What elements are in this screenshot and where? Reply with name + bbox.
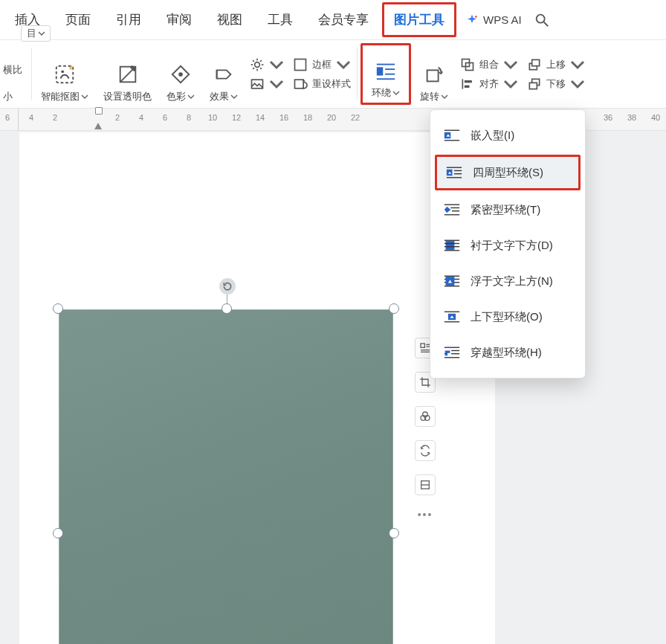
move-up-button[interactable]: 上移 xyxy=(527,57,585,72)
outline-toggle-button[interactable]: 目 xyxy=(21,25,51,42)
ruler-tick: 2 xyxy=(53,113,57,122)
svg-marker-58 xyxy=(444,207,450,213)
chevron-down-icon xyxy=(570,77,585,91)
wrap-option-topbottom[interactable]: 上下型环绕(O) xyxy=(430,299,585,335)
set-transparent-button[interactable]: 设置透明色 xyxy=(96,40,159,108)
wrap-option-front[interactable]: 浮于文字上方(N) xyxy=(430,263,585,299)
svg-rect-59 xyxy=(446,241,455,250)
ribbon-separator xyxy=(357,48,358,100)
brightness-button[interactable] xyxy=(250,57,284,72)
svg-point-6 xyxy=(178,72,183,77)
side-tool-replace[interactable] xyxy=(415,440,436,461)
chevron-down-icon xyxy=(187,93,195,100)
wrap-option-tight[interactable]: 紧密型环绕(T) xyxy=(430,192,585,228)
effect-button[interactable]: 效果 xyxy=(202,40,245,108)
tab-picture-tools[interactable]: 图片工具 xyxy=(382,2,456,37)
ruler-tick: 2 xyxy=(115,113,120,122)
svg-point-7 xyxy=(255,62,260,67)
chevron-down-icon xyxy=(441,93,448,100)
svg-marker-79 xyxy=(445,350,450,355)
wrap-button[interactable]: 环绕 xyxy=(361,43,411,105)
wrap-behind-icon xyxy=(444,238,460,253)
svg-rect-24 xyxy=(427,70,439,81)
reset-style-label: 重设样式 xyxy=(312,77,351,91)
reset-picture-button[interactable] xyxy=(250,77,284,91)
side-tool-more[interactable]: ••• xyxy=(415,509,436,521)
svg-line-12 xyxy=(253,60,254,62)
chevron-down-icon xyxy=(503,77,518,91)
svg-rect-17 xyxy=(295,59,306,70)
wrap-topbottom-icon xyxy=(444,309,460,324)
border-icon xyxy=(293,57,308,72)
ruler-tick: 14 xyxy=(256,113,265,122)
wps-ai-label: WPS AI xyxy=(483,13,522,26)
move-down-button[interactable]: 下移 xyxy=(527,77,585,91)
wrap-option-front-label: 浮于文字上方(N) xyxy=(471,274,553,289)
ruler-tick: 4 xyxy=(139,113,143,122)
color-button[interactable]: 色彩 xyxy=(159,40,202,108)
group-button[interactable]: 组合 xyxy=(460,57,518,72)
wps-ai-button[interactable]: WPS AI xyxy=(458,13,529,27)
tab-view[interactable]: 视图 xyxy=(205,2,254,37)
smart-cutout-button[interactable]: 智能抠图 xyxy=(33,40,96,108)
resize-handle-top-right[interactable] xyxy=(389,303,399,314)
tab-reference[interactable]: 引用 xyxy=(104,2,153,37)
svg-point-0 xyxy=(536,14,544,22)
ruler-tick: 6 xyxy=(163,113,167,122)
search-icon[interactable] xyxy=(534,12,550,28)
smart-cutout-label: 智能抠图 xyxy=(41,90,80,103)
resize-handle-middle-right[interactable] xyxy=(389,528,399,538)
svg-line-15 xyxy=(253,68,254,69)
ruler-tick: 16 xyxy=(279,113,288,122)
tab-member[interactable]: 会员专享 xyxy=(306,2,381,37)
reset-style-icon xyxy=(293,77,308,91)
ribbon-truncated-left: 横比 小 xyxy=(1,40,30,108)
group-label: 组合 xyxy=(479,58,499,71)
wrap-option-through[interactable]: 穿越型环绕(H) xyxy=(430,335,585,370)
wrap-option-square-label: 四周型环绕(S) xyxy=(473,166,543,180)
tab-tools[interactable]: 工具 xyxy=(256,2,305,37)
resize-handle-top-left[interactable] xyxy=(53,303,63,314)
rotate-button[interactable]: 旋转 xyxy=(413,40,456,108)
resize-handle-top-middle[interactable] xyxy=(222,303,232,314)
wrap-tight-icon xyxy=(444,202,460,217)
rotate-handle[interactable] xyxy=(219,278,236,294)
ruler-tick: 8 xyxy=(187,113,191,122)
tab-page[interactable]: 页面 xyxy=(54,2,103,37)
rotate-icon xyxy=(423,62,445,87)
ruler-indent-marker[interactable] xyxy=(93,107,103,129)
chevron-down-icon xyxy=(503,57,518,72)
border-button[interactable]: 边框 xyxy=(293,57,351,72)
ribbon-trunc-top: 横比 xyxy=(3,63,22,77)
outline-toggle-label: 目 xyxy=(27,27,36,40)
svg-rect-29 xyxy=(465,85,470,87)
wrap-option-inline[interactable]: 嵌入型(I) xyxy=(430,117,585,153)
ruler-tick: 20 xyxy=(327,113,336,122)
selected-image[interactable] xyxy=(59,309,393,644)
chevron-down-icon xyxy=(38,30,45,37)
reset-style-button[interactable]: 重设样式 xyxy=(293,77,351,91)
rotate-label: 旋转 xyxy=(420,90,439,103)
ruler-tick: 40 xyxy=(651,113,660,122)
group-icon xyxy=(460,57,475,72)
svg-line-13 xyxy=(260,68,262,69)
brightness-icon xyxy=(250,57,265,72)
align-button[interactable]: 对齐 xyxy=(460,77,518,91)
resize-handle-middle-left[interactable] xyxy=(53,528,63,538)
wrap-option-square[interactable]: 四周型环绕(S) xyxy=(435,155,581,190)
side-tool-adjust[interactable] xyxy=(415,474,436,495)
wrap-option-inline-label: 嵌入型(I) xyxy=(471,129,514,143)
set-transparent-icon xyxy=(117,62,139,87)
rotate-handle-icon xyxy=(222,281,233,292)
wrap-option-behind[interactable]: 衬于文字下方(D) xyxy=(430,228,585,263)
ribbon: 横比 小 智能抠图 设置透明色 色彩 效果 xyxy=(0,40,666,109)
align-label: 对齐 xyxy=(479,77,499,91)
move-down-label: 下移 xyxy=(546,77,566,91)
side-tool-effects[interactable] xyxy=(415,406,436,427)
wrap-square-icon xyxy=(446,165,462,180)
ruler-tick: 36 xyxy=(604,113,612,122)
tab-review[interactable]: 审阅 xyxy=(155,2,204,37)
effect-label: 效果 xyxy=(210,90,229,103)
wrap-label: 环绕 xyxy=(372,86,391,100)
ruler-tick: 10 xyxy=(208,113,217,122)
